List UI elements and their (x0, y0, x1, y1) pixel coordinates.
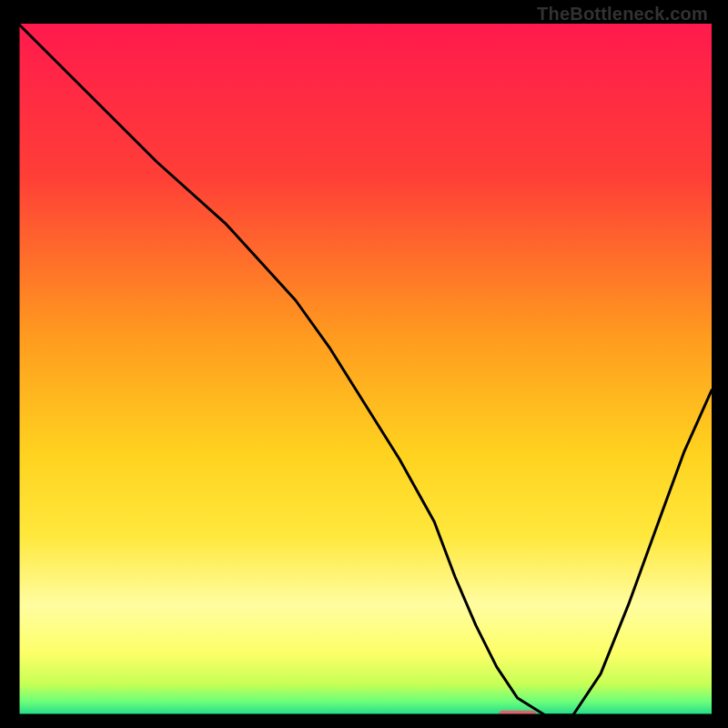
chart-svg (18, 24, 712, 715)
chart-plot (18, 24, 712, 715)
chart-frame: TheBottleneck.com (0, 0, 728, 728)
site-watermark: TheBottleneck.com (537, 4, 708, 25)
